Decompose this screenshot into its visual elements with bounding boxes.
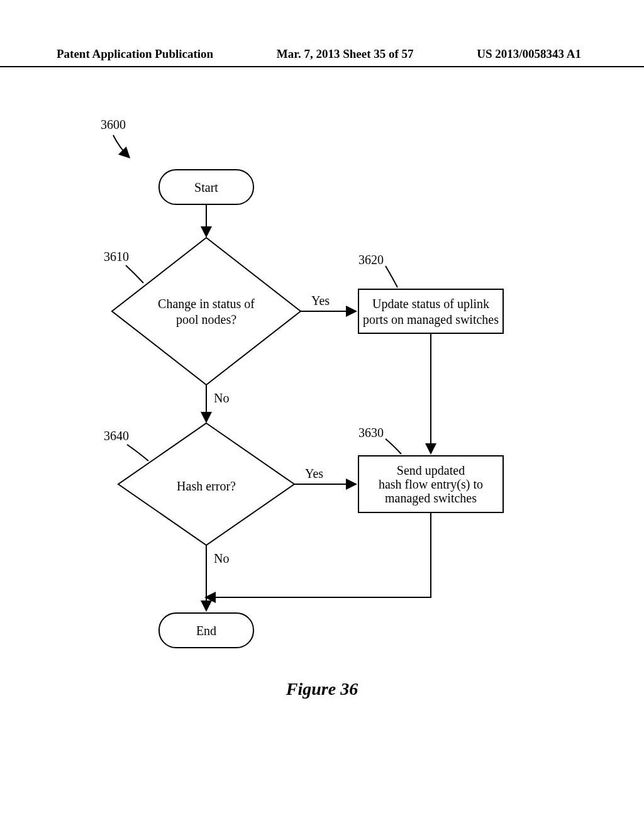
decision-hash-error: Hash error? bbox=[118, 423, 294, 545]
flowchart: 3600 Start Change in status of pool node… bbox=[0, 101, 644, 729]
ref-p1-tick bbox=[386, 266, 397, 287]
d1-line1: Change in status of bbox=[158, 297, 255, 311]
d1-line2: pool nodes? bbox=[176, 313, 236, 327]
ref-p1: 3620 bbox=[358, 253, 384, 267]
start-terminator: Start bbox=[159, 170, 253, 204]
ref-p2-tick bbox=[386, 439, 401, 454]
end-terminator: End bbox=[159, 613, 253, 648]
p1-line2: ports on managed switches bbox=[363, 313, 499, 327]
d2-text: Hash error? bbox=[177, 479, 236, 493]
ref-d1: 3610 bbox=[104, 250, 129, 263]
page-header: Patent Application Publication Mar. 7, 2… bbox=[0, 47, 644, 67]
svg-rect-2 bbox=[358, 289, 503, 333]
ref-main-arrow bbox=[113, 135, 129, 157]
start-text: Start bbox=[194, 180, 218, 194]
p1-line1: Update status of uplink bbox=[372, 297, 489, 311]
ref-p2: 3630 bbox=[358, 426, 384, 440]
figure-caption: Figure 36 bbox=[0, 679, 644, 699]
header-left: Patent Application Publication bbox=[57, 47, 213, 61]
ref-d2-tick bbox=[127, 445, 148, 461]
header-right: US 2013/0058343 A1 bbox=[477, 47, 581, 61]
header-center: Mar. 7, 2013 Sheet 35 of 57 bbox=[277, 47, 414, 61]
process-send-hash: Send updated hash flow entry(s) to manag… bbox=[358, 456, 503, 512]
d2-yes: Yes bbox=[305, 467, 323, 480]
svg-marker-1 bbox=[112, 238, 301, 385]
d1-yes: Yes bbox=[311, 294, 330, 307]
ref-main: 3600 bbox=[101, 118, 126, 131]
p2-line2: hash flow entry(s) to bbox=[379, 477, 483, 492]
edge-p2-merge bbox=[206, 512, 431, 597]
ref-d1-tick bbox=[126, 265, 143, 283]
process-update-uplink: Update status of uplink ports on managed… bbox=[358, 289, 503, 333]
d2-no: No bbox=[214, 551, 229, 565]
p2-line3: managed switches bbox=[385, 491, 477, 506]
p2-line1: Send updated bbox=[397, 463, 465, 478]
ref-d2: 3640 bbox=[104, 429, 129, 443]
end-text: End bbox=[196, 624, 216, 638]
decision-pool-change: Change in status of pool nodes? bbox=[112, 238, 301, 385]
d1-no: No bbox=[214, 391, 229, 405]
